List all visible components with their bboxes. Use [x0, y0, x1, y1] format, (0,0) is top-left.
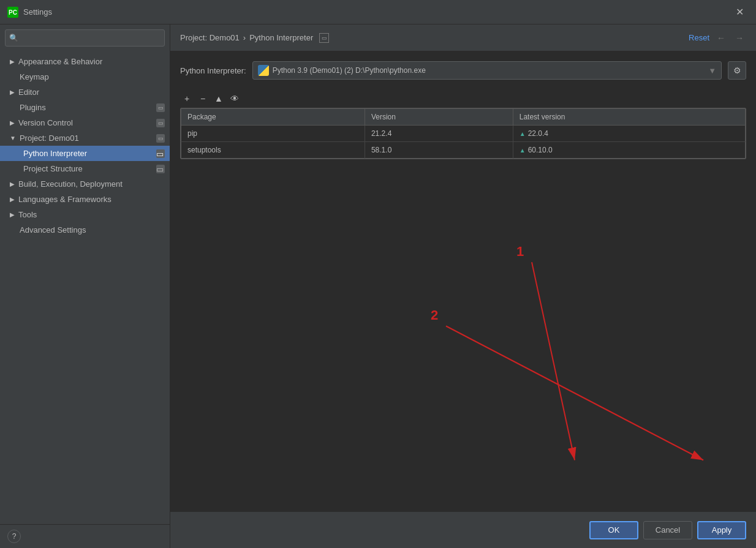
sidebar: 🔍 ▶ Appearance & Behavior Keymap ▶ Edito…	[0, 24, 170, 548]
svg-line-7	[446, 326, 703, 460]
interpreter-select[interactable]: Python 3.9 (Demo01) (2) D:\Python\python…	[252, 61, 722, 80]
upgrade-icon: ▲	[520, 130, 526, 137]
packages-table: Package Version Latest version pip 21.2.…	[181, 108, 746, 159]
package-name: setuptools	[181, 142, 365, 159]
close-button[interactable]: ✕	[731, 4, 749, 20]
chevron-right-icon: ▶	[10, 119, 15, 126]
chevron-down-icon: ▼	[10, 135, 16, 141]
breadcrumb: Project: Demo01 › Python Interpreter ▭	[180, 33, 329, 43]
apply-button[interactable]: Apply	[697, 521, 746, 539]
upgrade-icon: ▲	[520, 147, 526, 154]
remove-package-button[interactable]: −	[196, 92, 210, 105]
interpreter-value: Python 3.9 (Demo01) (2) D:\Python\python…	[273, 66, 426, 75]
interpreter-row: Python Interpreter: Python 3.9 (Demo01) …	[180, 61, 746, 80]
bottom-bar: OK Cancel Apply	[170, 511, 756, 548]
svg-text:1: 1	[516, 243, 524, 259]
sidebar-item-label: Keymap	[20, 72, 49, 81]
sidebar-item-advanced-settings[interactable]: Advanced Settings	[0, 222, 170, 238]
sidebar-footer: ?	[0, 524, 170, 548]
sidebar-item-label: Tools	[18, 210, 37, 219]
packages-toolbar: + − ▲ 👁	[180, 89, 746, 108]
right-panel: Project: Demo01 › Python Interpreter ▭ R…	[170, 24, 756, 548]
sidebar-item-build[interactable]: ▶ Build, Execution, Deployment	[0, 176, 170, 192]
sidebar-nav: ▶ Appearance & Behavior Keymap ▶ Editor …	[0, 51, 170, 524]
sidebar-item-python-interpreter[interactable]: Python Interpreter ▭	[0, 146, 170, 161]
chevron-right-icon: ▶	[10, 89, 15, 96]
sidebar-item-label: Version Control	[18, 118, 73, 127]
sidebar-item-label: Project Structure	[23, 164, 83, 173]
col-header-version: Version	[365, 109, 513, 126]
help-button[interactable]: ?	[7, 530, 21, 543]
package-name: pip	[181, 126, 365, 142]
package-latest: ▲60.10.0	[513, 142, 745, 159]
sidebar-item-project[interactable]: ▼ Project: Demo01 ▭	[0, 130, 170, 146]
main-content: 🔍 ▶ Appearance & Behavior Keymap ▶ Edito…	[0, 24, 756, 548]
sidebar-item-version-control[interactable]: ▶ Version Control ▭	[0, 115, 170, 130]
sidebar-item-tools[interactable]: ▶ Tools	[0, 207, 170, 222]
ps-badge: ▭	[156, 165, 165, 173]
svg-line-5	[532, 262, 575, 460]
col-header-package: Package	[181, 109, 365, 126]
py-badge: ▭	[156, 149, 165, 158]
sidebar-item-label: Languages & Frameworks	[18, 195, 112, 204]
title-bar: PC Settings ✕	[0, 0, 756, 24]
sidebar-item-label: Plugins	[20, 103, 46, 112]
chevron-down-icon: ▼	[708, 66, 716, 75]
python-icon	[258, 65, 269, 76]
packages-table-wrapper: Package Version Latest version pip 21.2.…	[180, 108, 746, 159]
search-box[interactable]: 🔍	[5, 29, 165, 47]
sidebar-item-label: Project: Demo01	[20, 133, 79, 143]
breadcrumb-current: Python Interpreter	[249, 33, 313, 42]
sidebar-item-label: Build, Execution, Deployment	[18, 179, 123, 189]
plugins-badge: ▭	[156, 103, 165, 112]
title-bar-title: Settings	[23, 7, 52, 17]
sidebar-item-label: Python Interpreter	[23, 149, 87, 158]
chevron-right-icon: ▶	[10, 58, 15, 65]
vc-badge: ▭	[156, 119, 165, 127]
sidebar-item-project-structure[interactable]: Project Structure ▭	[0, 161, 170, 176]
sidebar-item-label: Advanced Settings	[20, 225, 86, 235]
add-package-button[interactable]: +	[180, 92, 194, 105]
sidebar-item-languages[interactable]: ▶ Languages & Frameworks	[0, 192, 170, 207]
chevron-right-icon: ▶	[10, 181, 15, 187]
sidebar-item-keymap[interactable]: Keymap	[0, 69, 170, 84]
interpreter-gear-button[interactable]: ⚙	[728, 61, 746, 80]
sidebar-item-plugins[interactable]: Plugins ▭	[0, 100, 170, 115]
eye-icon: 👁	[230, 94, 239, 103]
package-version: 58.1.0	[365, 142, 513, 159]
breadcrumb-separator: ›	[243, 33, 246, 42]
package-version: 21.2.4	[365, 126, 513, 142]
interpreter-label: Python Interpreter:	[180, 66, 246, 75]
header-actions: Reset ← →	[689, 32, 746, 44]
sidebar-item-editor[interactable]: ▶ Editor	[0, 84, 170, 100]
project-badge: ▭	[156, 134, 165, 143]
app-icon: PC	[7, 7, 18, 18]
breadcrumb-icon: ▭	[319, 33, 329, 43]
sidebar-item-label: Appearance & Behavior	[18, 57, 102, 66]
gear-icon: ⚙	[733, 66, 741, 75]
reset-button[interactable]: Reset	[689, 33, 709, 42]
svg-text:2: 2	[431, 307, 438, 323]
search-input[interactable]	[21, 34, 161, 42]
right-body: Python Interpreter: Python 3.9 (Demo01) …	[170, 51, 756, 511]
forward-button[interactable]: →	[733, 32, 746, 44]
col-header-latest: Latest version	[513, 109, 745, 126]
sidebar-item-appearance[interactable]: ▶ Appearance & Behavior	[0, 54, 170, 69]
right-header: Project: Demo01 › Python Interpreter ▭ R…	[170, 24, 756, 51]
chevron-right-icon: ▶	[10, 196, 15, 203]
move-up-button[interactable]: ▲	[212, 92, 225, 105]
sidebar-item-label: Editor	[18, 88, 39, 97]
search-icon: 🔍	[9, 34, 18, 42]
svg-text:PC: PC	[9, 9, 17, 16]
show-details-button[interactable]: 👁	[228, 92, 241, 105]
settings-window: PC Settings ✕ 🔍 ▶ Appearance & Behavior	[0, 0, 756, 548]
breadcrumb-parent: Project: Demo01	[180, 33, 240, 42]
ok-button[interactable]: OK	[589, 521, 638, 539]
chevron-right-icon: ▶	[10, 211, 15, 218]
table-row[interactable]: pip 21.2.4 ▲22.0.4	[181, 126, 746, 142]
back-button[interactable]: ←	[714, 32, 728, 44]
table-row[interactable]: setuptools 58.1.0 ▲60.10.0	[181, 142, 746, 159]
package-latest: ▲22.0.4	[513, 126, 745, 142]
cancel-button[interactable]: Cancel	[643, 521, 692, 539]
